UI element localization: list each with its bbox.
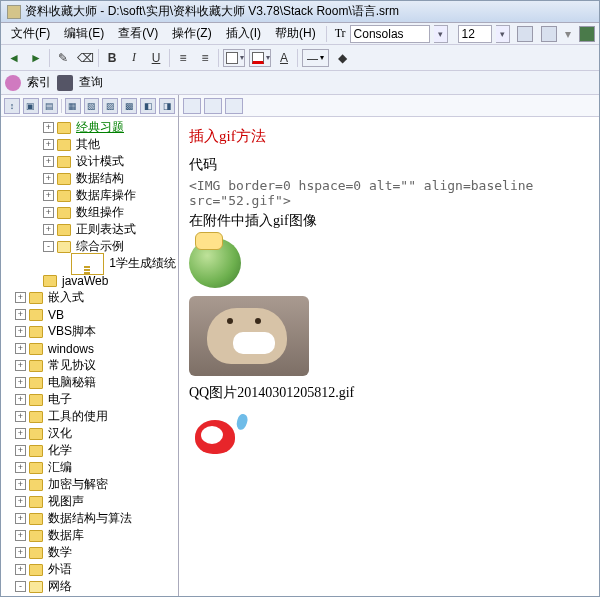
ctool-3[interactable] (225, 98, 243, 114)
nav-fwd-icon[interactable]: ► (27, 49, 45, 67)
expand-icon[interactable]: + (15, 428, 26, 439)
tree-item[interactable]: +数学 (1, 544, 178, 561)
tree-tool-4[interactable]: ▦ (65, 98, 81, 114)
font-size-input[interactable] (458, 25, 492, 43)
tree-item[interactable]: +化学 (1, 442, 178, 459)
tree-item[interactable]: +工具的使用 (1, 408, 178, 425)
folder-tree[interactable]: +经典习题+其他+设计模式+数据结构+数据库操作+数组操作+正则表达式-综合示例… (1, 117, 178, 597)
expand-icon[interactable]: + (15, 479, 26, 490)
tree-tool-5[interactable]: ▧ (84, 98, 100, 114)
menu-help[interactable]: 帮助(H) (269, 23, 322, 44)
font-name-dropdown[interactable]: ▾ (434, 25, 448, 43)
expand-icon[interactable]: + (15, 547, 26, 558)
menu-insert[interactable]: 插入(I) (220, 23, 267, 44)
align-left-icon[interactable]: ≡ (174, 49, 192, 67)
tree-tool-1[interactable]: ↕ (4, 98, 20, 114)
tree-item[interactable]: +外语 (1, 561, 178, 578)
tool-icon-2[interactable] (541, 26, 557, 42)
expand-icon[interactable]: - (15, 581, 26, 592)
tab-index[interactable]: 索引 (27, 74, 51, 91)
font-a-button[interactable]: A (275, 49, 293, 67)
tool-b[interactable]: ⌫ (76, 49, 94, 67)
closed-folder-icon (29, 411, 43, 423)
tree-item[interactable]: +加密与解密 (1, 476, 178, 493)
doc-title: 插入gif方法 (189, 127, 589, 146)
menu-file[interactable]: 文件(F) (5, 23, 56, 44)
tree-item[interactable]: +数据结构 (1, 170, 178, 187)
save-icon[interactable] (579, 26, 595, 42)
tree-item[interactable]: +数据库操作 (1, 187, 178, 204)
tree-item[interactable]: +视图声 (1, 493, 178, 510)
tree-item[interactable]: +正则表达式 (1, 221, 178, 238)
tool-a[interactable]: ✎ (54, 49, 72, 67)
tree-item[interactable]: +电脑秘籍 (1, 374, 178, 391)
tree-item[interactable]: +嵌入式 (1, 289, 178, 306)
expand-icon[interactable]: + (43, 173, 54, 184)
tree-item[interactable]: +设计模式 (1, 153, 178, 170)
expand-icon[interactable]: - (43, 241, 54, 252)
expand-icon[interactable]: + (15, 292, 26, 303)
ctool-1[interactable] (183, 98, 201, 114)
tree-tool-9[interactable]: ◨ (159, 98, 175, 114)
tree-item[interactable]: +数据库 (1, 527, 178, 544)
expand-icon[interactable]: + (15, 513, 26, 524)
italic-button[interactable]: I (125, 49, 143, 67)
nav-back-icon[interactable]: ◄ (5, 49, 23, 67)
linestyle-button[interactable]: —▾ (302, 49, 329, 67)
expand-icon[interactable]: + (15, 496, 26, 507)
expand-icon[interactable]: + (15, 309, 26, 320)
tree-item[interactable]: +数组操作 (1, 204, 178, 221)
expand-icon[interactable]: + (15, 462, 26, 473)
expand-icon[interactable]: + (15, 445, 26, 456)
tree-item[interactable]: +经典习题 (1, 119, 178, 136)
closed-folder-icon (57, 173, 71, 185)
expand-icon[interactable]: + (43, 224, 54, 235)
underline-button[interactable]: U (147, 49, 165, 67)
tree-tool-2[interactable]: ▣ (23, 98, 39, 114)
tree-item[interactable]: +windows (1, 340, 178, 357)
tree-item[interactable]: -网络 (1, 578, 178, 595)
expand-icon[interactable]: + (43, 207, 54, 218)
tree-tool-6[interactable]: ▨ (102, 98, 118, 114)
tree-item[interactable]: +常见协议 (1, 357, 178, 374)
misc-icon[interactable]: ◆ (333, 49, 351, 67)
tab-search[interactable]: 查询 (79, 74, 103, 91)
ctool-2[interactable] (204, 98, 222, 114)
expand-icon[interactable]: + (43, 190, 54, 201)
tree-tool-3[interactable]: ▤ (42, 98, 58, 114)
tree-item[interactable]: 1学生成绩统 (1, 255, 178, 272)
expand-icon[interactable]: + (43, 122, 54, 133)
expand-icon[interactable]: + (15, 326, 26, 337)
tree-label: windows (46, 342, 96, 356)
expand-icon[interactable]: + (15, 377, 26, 388)
forecolor-button[interactable]: ▾ (249, 49, 271, 67)
expand-icon[interactable]: + (15, 564, 26, 575)
align-center-icon[interactable]: ≡ (196, 49, 214, 67)
tree-item[interactable]: +汇编 (1, 459, 178, 476)
tree-item[interactable]: javaWeb (1, 272, 178, 289)
tree-item[interactable]: +其他 (1, 136, 178, 153)
tree-tool-7[interactable]: ▩ (121, 98, 137, 114)
bgcolor-button[interactable]: ▾ (223, 49, 245, 67)
expand-icon[interactable]: + (15, 360, 26, 371)
tree-item[interactable]: +VB (1, 306, 178, 323)
expand-icon[interactable]: + (15, 394, 26, 405)
expand-icon[interactable]: + (15, 411, 26, 422)
expand-icon[interactable]: + (43, 156, 54, 167)
font-size-dropdown[interactable]: ▾ (496, 25, 510, 43)
tree-item[interactable]: +数据结构与算法 (1, 510, 178, 527)
tree-item[interactable]: +VBS脚本 (1, 323, 178, 340)
tree-label: 数据库 (46, 527, 86, 544)
tree-item[interactable]: +电子 (1, 391, 178, 408)
tree-tool-8[interactable]: ◧ (140, 98, 156, 114)
expand-icon[interactable]: + (43, 139, 54, 150)
tool-icon-1[interactable] (517, 26, 533, 42)
expand-icon[interactable]: + (15, 343, 26, 354)
menu-view[interactable]: 查看(V) (112, 23, 164, 44)
menu-edit[interactable]: 编辑(E) (58, 23, 110, 44)
font-name-input[interactable] (350, 25, 430, 43)
bold-button[interactable]: B (103, 49, 121, 67)
tree-item[interactable]: +汉化 (1, 425, 178, 442)
expand-icon[interactable]: + (15, 530, 26, 541)
menu-action[interactable]: 操作(Z) (166, 23, 217, 44)
